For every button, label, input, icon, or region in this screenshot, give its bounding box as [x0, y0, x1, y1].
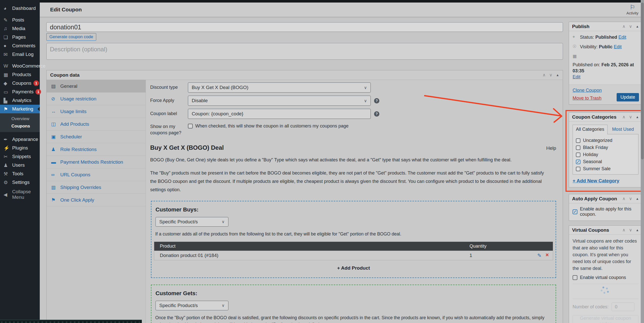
move-down-icon[interactable]: ∨ [629, 227, 632, 233]
table-row: Donation product 01 (#184) 1 ✎ × [154, 251, 553, 260]
sidebar-item-payments[interactable]: ▭Payments1 [0, 88, 40, 96]
customer-buys-type-select[interactable]: Specific Product/s∨ [155, 217, 228, 227]
category-checkbox-uncategorized[interactable] [576, 138, 580, 143]
plugins-icon: ⚡ [4, 145, 12, 151]
status-row: ⌖ Status: Published Edit [573, 34, 638, 40]
add-new-category-link[interactable]: + Add New Category [573, 178, 619, 184]
move-down-icon[interactable]: ∨ [629, 24, 632, 29]
description-textarea[interactable] [46, 43, 563, 60]
loading-spinner [573, 284, 638, 295]
sidebar-item-settings[interactable]: ⚙Settings [0, 178, 40, 187]
tab-most-used[interactable]: Most Used [612, 127, 634, 132]
submenu-item-overview[interactable]: Overview [0, 115, 40, 122]
coupon-label-input[interactable] [188, 109, 371, 119]
scrollbar-thumb[interactable] [641, 3, 644, 159]
edit-published-link[interactable]: Edit [573, 74, 580, 79]
sidebar-item-comments[interactable]: ●Comments [0, 41, 40, 50]
sidebar-item-snippets[interactable]: ✂Snippets [0, 152, 40, 161]
sidebar-item-email-log[interactable]: ✉Email Log [0, 50, 40, 59]
activity-button[interactable]: ⚐ Activity [626, 4, 638, 15]
person-icon: ♟ [51, 146, 60, 152]
move-up-icon[interactable]: ∧ [622, 24, 625, 29]
sidebar-item-dashboard[interactable]: ◕Dashboard [0, 4, 40, 13]
tab-add-products[interactable]: ◫Add Products [47, 118, 146, 131]
credit-card-icon: ▬ [51, 159, 60, 165]
generate-virtual-codes-button[interactable]: Generate virtual coupon codes [573, 315, 638, 323]
move-down-icon[interactable]: ∨ [629, 196, 632, 201]
category-checkbox-holiday[interactable] [576, 153, 580, 157]
clone-coupon-link[interactable]: Clone Coupon [573, 88, 602, 93]
force-apply-select[interactable]: Disable∨ [188, 96, 371, 106]
delete-row-icon[interactable]: × [545, 252, 549, 259]
move-up-icon[interactable]: ∧ [622, 227, 625, 233]
move-down-icon[interactable]: ∨ [549, 72, 552, 78]
customer-gets-type-select[interactable]: Specific Product/s∨ [155, 301, 228, 310]
generate-coupon-code-button[interactable]: Generate coupon code [46, 33, 96, 41]
tab-usage-restriction[interactable]: ⊘Usage restriction [47, 93, 146, 105]
category-checkbox-black-friday[interactable] [576, 145, 580, 150]
auto-apply-checkbox[interactable] [573, 209, 577, 214]
snippets-icon: ✂ [4, 154, 12, 160]
toggle-panel-icon[interactable]: ▲ [636, 25, 639, 28]
tab-general[interactable]: ▤General [47, 80, 146, 93]
plus-icon: + [337, 265, 340, 271]
sidebar-item-analytics[interactable]: ▙Analytics [0, 96, 40, 105]
show-on-coupons-checkbox[interactable] [188, 124, 193, 128]
sidebar-item-pages[interactable]: ❏Pages [0, 33, 40, 41]
activity-label: Activity [626, 11, 638, 15]
submenu-item-coupons[interactable]: Coupons [0, 122, 40, 130]
discount-type-select[interactable]: Buy X Get X Deal (BOGO)∨ [188, 82, 371, 93]
tab-usage-limits[interactable]: ↔Usage limits [47, 105, 146, 118]
sidebar-collapse-menu[interactable]: ◀Collapse Menu [0, 190, 40, 199]
tab-one-click-apply[interactable]: ⚑One Click Apply [47, 194, 146, 206]
coupon-title-input[interactable] [46, 22, 563, 32]
category-checkbox-summer-sale[interactable] [576, 167, 580, 171]
tab-all-categories[interactable]: All Categories [573, 125, 608, 134]
tab-scheduler[interactable]: ▣Scheduler [47, 131, 146, 143]
sidebar-item-coupons[interactable]: ◆Coupons1 [0, 79, 40, 88]
collapse-icon: ◀ [4, 192, 12, 198]
sidebar-item-appearance[interactable]: ✒Appearance [0, 135, 40, 144]
coupon-label-label: Coupon label [150, 111, 184, 117]
discount-type-label: Discount type [150, 84, 184, 91]
toggle-panel-icon[interactable]: ▲ [556, 73, 559, 77]
sidebar-item-users[interactable]: ♟Users [0, 161, 40, 169]
toggle-panel-icon[interactable]: ▲ [636, 115, 639, 119]
sidebar-item-posts[interactable]: ✎Posts [0, 16, 40, 24]
move-up-icon[interactable]: ∧ [622, 196, 625, 201]
visibility-value: Public [599, 44, 613, 49]
sidebar-item-products[interactable]: ▦Products [0, 70, 40, 79]
help-tooltip-icon[interactable]: ? [374, 111, 379, 117]
tab-shipping-overrides[interactable]: ▥Shipping Overrides [47, 181, 146, 194]
toggle-panel-icon[interactable]: ▲ [636, 197, 639, 201]
number-of-codes-input[interactable] [612, 303, 634, 311]
bogo-heading: Buy X Get X (BOGO) Deal [150, 144, 224, 151]
sidebar-item-plugins[interactable]: ⚡Plugins [0, 144, 40, 152]
coupon-categories-box: Coupon Categories ∧ ∨ ▲ All Categories M… [569, 112, 642, 187]
page-scrollbar[interactable] [641, 0, 644, 323]
sidebar-item-tools[interactable]: ⚒Tools [0, 169, 40, 178]
tab-role-restrictions[interactable]: ♟Role Restrictions [47, 143, 146, 156]
move-up-icon[interactable]: ∧ [622, 114, 625, 120]
edit-visibility-link[interactable]: Edit [614, 44, 622, 49]
category-list: Uncategorized Black Friday Holiday Seaso… [573, 134, 638, 175]
publish-box: Publish ∧ ∨ ▲ ⌖ Status: Published Edit ☉… [569, 22, 642, 105]
sidebar-item-woocommerce[interactable]: WWooCommerce [0, 62, 40, 70]
payments-count-badge: 1 [35, 89, 41, 95]
move-down-icon[interactable]: ∨ [629, 114, 632, 120]
category-checkbox-seasonal[interactable] [576, 160, 580, 164]
tab-url-coupons[interactable]: ∞URL Coupons [47, 168, 146, 181]
sidebar-item-media[interactable]: ♫Media [0, 24, 40, 33]
bogo-help-link[interactable]: Help [546, 145, 556, 151]
edit-row-icon[interactable]: ✎ [537, 252, 541, 259]
sidebar-item-marketing[interactable]: ⚑Marketing [0, 105, 40, 113]
toggle-panel-icon[interactable]: ▲ [636, 228, 639, 232]
move-to-trash-link[interactable]: Move to Trash [573, 96, 601, 101]
edit-status-link[interactable]: Edit [618, 35, 626, 40]
enable-virtual-coupons-checkbox[interactable] [573, 275, 577, 280]
update-button[interactable]: Update [617, 93, 639, 101]
help-tooltip-icon[interactable]: ? [374, 98, 379, 103]
tab-payment-methods-restriction[interactable]: ▬Payment Methods Restriction [47, 156, 146, 168]
buys-add-product-button[interactable]: + Add Product [154, 265, 553, 271]
move-up-icon[interactable]: ∧ [542, 72, 545, 78]
